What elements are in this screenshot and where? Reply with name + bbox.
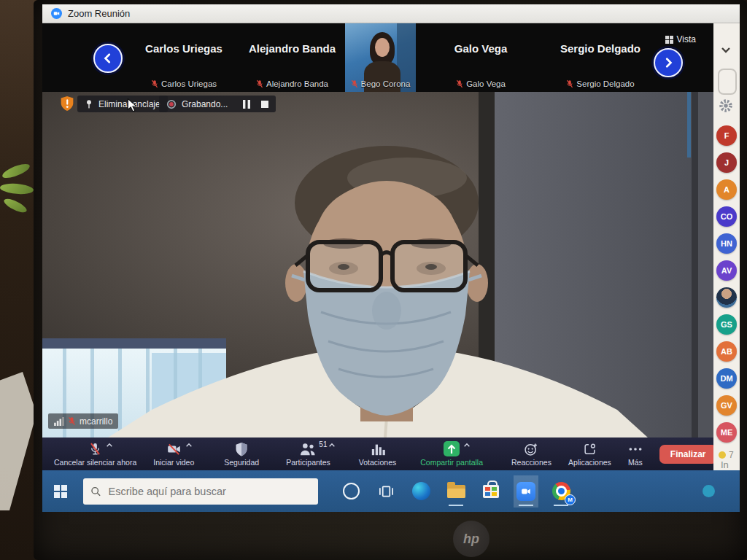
plant-leaf — [1, 162, 31, 180]
contact-avatar[interactable]: AB — [716, 341, 737, 362]
remove-pin-button[interactable]: Eliminar anclaje — [77, 96, 168, 112]
contact-avatar[interactable]: F — [716, 125, 737, 146]
task-view-button[interactable] — [374, 475, 398, 508]
participant-name: Sergio Delgado — [546, 42, 655, 55]
task-view-icon — [378, 484, 395, 499]
unmute-label: Cancelar silenciar ahora — [54, 458, 136, 467]
search-icon — [90, 486, 101, 497]
participant-tile-sergio[interactable]: Sergio Delgado Sergio Delgado — [546, 23, 655, 92]
taskbar-search[interactable] — [83, 478, 318, 505]
muted-mic-icon — [351, 79, 358, 88]
zoom-taskbar-icon — [516, 482, 535, 501]
share-screen-button[interactable]: Compartir pantalla — [420, 441, 483, 467]
chrome-button[interactable]: M — [549, 475, 573, 508]
contact-avatar[interactable]: CO — [716, 206, 737, 227]
muted-mic-icon — [256, 79, 263, 88]
participant-label: Bego Corona — [345, 79, 416, 88]
security-button[interactable]: Seguridad — [224, 441, 259, 467]
filmstrip-prev-button[interactable] — [93, 44, 123, 73]
view-button[interactable]: Vista — [665, 34, 696, 44]
apps-icon — [583, 442, 597, 456]
chevron-up-icon[interactable] — [328, 443, 336, 448]
pin-icon — [85, 99, 93, 109]
participant-tile-galo[interactable]: Galo Vega Galo Vega — [416, 23, 546, 92]
panel-button-outline[interactable] — [718, 69, 737, 95]
participant-tile-alejandro[interactable]: Alejandro Banda Alejandro Banda — [239, 23, 345, 92]
participant-name: Alejandro Banda — [239, 42, 345, 55]
main-speaker-video: Eliminar anclaje Grabando... mcarrillo — [42, 92, 713, 438]
window-title: Zoom Reunión — [68, 8, 130, 19]
contact-avatar[interactable]: A — [716, 179, 737, 200]
stop-recording-button[interactable] — [261, 101, 268, 108]
start-video-label: Iniciar video — [153, 458, 194, 467]
polls-button[interactable]: Votaciones — [359, 441, 396, 467]
chevron-up-icon[interactable] — [106, 443, 113, 448]
filmstrip-next-button[interactable] — [654, 48, 683, 77]
connection-signal-icon — [54, 417, 64, 426]
participant-label-text: Alejandro Banda — [266, 79, 328, 88]
start-video-button[interactable]: Iniciar video — [153, 441, 194, 467]
mouse-cursor — [127, 98, 138, 112]
participant-tile-carlos[interactable]: Carlos Uriegas Carlos Uriegas — [128, 23, 239, 92]
participant-label: Galo Vega — [416, 79, 546, 88]
participant-label-text: Bego Corona — [361, 79, 411, 88]
plant-leaf — [0, 182, 34, 196]
participant-label: Sergio Delgado — [546, 79, 655, 88]
contact-avatar[interactable]: HN — [716, 233, 737, 254]
search-input[interactable] — [107, 485, 311, 498]
view-button-label: Vista — [677, 34, 696, 44]
apps-button[interactable]: Aplicaciones — [568, 441, 611, 467]
muted-mic-icon — [68, 416, 76, 426]
tray-app-icon[interactable] — [703, 485, 715, 497]
end-meeting-button[interactable]: Finalizar — [659, 445, 717, 464]
file-explorer-icon — [447, 485, 465, 498]
participants-button[interactable]: 51 Participantes — [286, 441, 330, 467]
more-label: Más — [628, 458, 643, 467]
more-button[interactable]: Más — [628, 441, 643, 467]
reactions-button[interactable]: Reacciones — [511, 441, 551, 467]
pause-recording-button[interactable] — [243, 100, 250, 109]
chevron-down-icon[interactable] — [721, 47, 731, 54]
unmute-button[interactable]: Cancelar silenciar ahora — [54, 441, 136, 467]
edge-button[interactable] — [409, 475, 433, 508]
participant-label: Carlos Uriegas — [128, 79, 239, 88]
share-screen-label: Compartir pantalla — [420, 458, 483, 467]
hp-logo-text: hp — [463, 532, 479, 547]
video-thumbnail-face — [375, 38, 390, 57]
reactions-label: Reacciones — [511, 458, 551, 467]
edge-icon — [412, 482, 430, 500]
hp-logo: hp — [453, 521, 489, 557]
contact-photo-avatar[interactable] — [716, 287, 737, 308]
file-explorer-button[interactable] — [444, 475, 468, 508]
cortana-button[interactable] — [338, 475, 363, 508]
participant-label: Alejandro Banda — [239, 79, 345, 88]
contact-avatar[interactable]: ME — [716, 422, 737, 443]
contact-avatar[interactable]: GS — [716, 314, 737, 335]
contact-avatar[interactable]: DM — [716, 368, 737, 389]
gear-icon[interactable] — [718, 98, 734, 114]
store-button[interactable] — [479, 475, 503, 508]
chevron-up-icon[interactable] — [185, 443, 193, 448]
participant-name: Galo Vega — [416, 42, 546, 55]
chevron-up-icon[interactable] — [463, 443, 471, 448]
contact-avatar[interactable]: J — [716, 152, 737, 173]
polls-icon — [371, 442, 385, 456]
open-app-indicator — [554, 505, 568, 506]
camera-off-icon — [166, 442, 182, 456]
participant-filmstrip: Carlos Uriegas Carlos Uriegas Alejandro … — [42, 23, 713, 92]
cortana-icon — [343, 483, 360, 499]
start-button[interactable] — [48, 479, 73, 504]
zoom-toolbar: Cancelar silenciar ahora Iniciar video S… — [42, 438, 713, 470]
security-alert-icon[interactable] — [60, 96, 74, 114]
zoom-taskbar-button[interactable] — [514, 475, 538, 508]
windows-taskbar: M — [42, 470, 740, 512]
security-label: Seguridad — [224, 458, 259, 467]
muted-mic-icon — [456, 79, 463, 88]
participants-icon — [299, 442, 317, 456]
speaker-name-text: mcarrillo — [80, 416, 112, 427]
speaker-video-illustration — [42, 92, 713, 438]
contact-avatar[interactable]: AV — [716, 260, 737, 281]
window-titlebar: Zoom Reunión — [42, 4, 740, 23]
participant-tile-bego-video[interactable]: Bego Corona — [345, 23, 416, 92]
contact-avatar[interactable]: GV — [716, 395, 737, 416]
